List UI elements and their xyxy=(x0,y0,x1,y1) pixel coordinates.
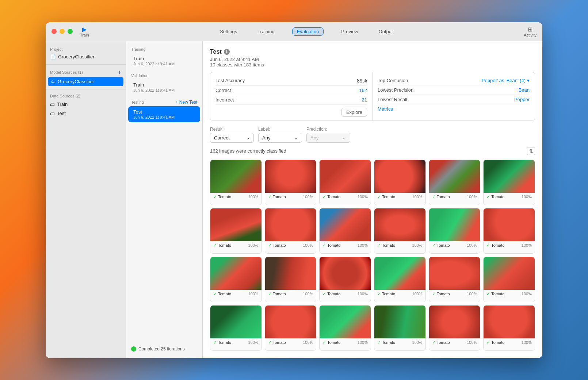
divider-2 xyxy=(46,89,126,89)
image-label: ✓ Tomato xyxy=(432,291,450,296)
check-icon: ✓ xyxy=(486,243,490,248)
train-button[interactable]: ▶ Train xyxy=(80,26,89,37)
image-label: ✓ Tomato xyxy=(322,243,340,248)
image-confidence: 100% xyxy=(467,243,477,247)
lowest-recall-label: Lowest Recall xyxy=(378,97,407,102)
divider-1 xyxy=(46,64,126,65)
image-thumbnail xyxy=(265,160,316,193)
new-test-button[interactable]: + New Test xyxy=(176,100,197,105)
image-card[interactable]: ✓ Tomato 100% xyxy=(429,208,481,254)
result-chevron-icon: ⌄ xyxy=(246,135,250,141)
maximize-button[interactable] xyxy=(68,29,73,34)
image-card[interactable]: ✓ Tomato 100% xyxy=(483,160,535,205)
sort-button[interactable]: ⇅ xyxy=(527,147,535,155)
image-card[interactable]: ✓ Tomato 100% xyxy=(429,160,481,205)
label-filter-select[interactable]: Any ⌄ xyxy=(258,133,302,143)
add-model-button[interactable]: + xyxy=(118,69,121,76)
image-card[interactable]: ✓ Tomato 100% xyxy=(265,257,317,302)
validation-item[interactable]: Train Jun 6, 2022 at 9:41 AM xyxy=(128,79,200,95)
image-card[interactable]: ✓ Tomato 100% xyxy=(483,305,535,351)
image-class-label: Tomato xyxy=(491,292,504,296)
image-card[interactable]: ✓ Tomato 100% xyxy=(265,160,317,205)
image-label-row: ✓ Tomato 100% xyxy=(265,193,316,201)
image-card[interactable]: ✓ Tomato 100% xyxy=(210,305,262,351)
activity-button[interactable]: ⊞ Activity xyxy=(524,26,537,37)
image-class-label: Tomato xyxy=(327,243,340,247)
settings-tab[interactable]: Settings xyxy=(217,27,240,36)
training-tab[interactable]: Training xyxy=(255,27,277,36)
metrics-link-row[interactable]: Metrics xyxy=(378,104,530,114)
evaluation-tab[interactable]: Evaluation xyxy=(292,27,324,36)
status-bar: Completed 25 iterations xyxy=(126,344,202,354)
sidebar-item-train[interactable]: 🗃 Train xyxy=(46,100,126,109)
status-text: Completed 25 iterations xyxy=(138,346,185,352)
sidebar-item-model[interactable]: 🗂 GroceryClassifier xyxy=(48,77,123,86)
chevron-down-icon: ▾ xyxy=(527,78,530,83)
close-button[interactable] xyxy=(51,29,57,34)
output-tab[interactable]: Output xyxy=(376,27,396,36)
image-label-row: ✓ Tomato 100% xyxy=(429,290,480,298)
lowest-recall-value: Pepper xyxy=(514,97,530,102)
image-card[interactable]: ✓ Tomato 100% xyxy=(265,305,317,351)
image-label-row: ✓ Tomato 100% xyxy=(320,290,371,298)
image-confidence: 100% xyxy=(467,340,477,345)
image-card[interactable]: ✓ Tomato 100% xyxy=(319,257,371,302)
explore-button[interactable]: Explore xyxy=(341,108,367,117)
image-class-label: Tomato xyxy=(491,243,504,247)
image-card[interactable]: ✓ Tomato 100% xyxy=(374,160,426,205)
image-label-row: ✓ Tomato 100% xyxy=(320,193,371,201)
main-content: Test ℹ Jun 6, 2022 at 9:41 AM 10 classes… xyxy=(203,41,542,358)
test-item[interactable]: Test Jun 6, 2022 at 9:41 AM xyxy=(128,106,200,122)
image-confidence: 100% xyxy=(358,195,368,199)
info-icon[interactable]: ℹ xyxy=(224,49,230,55)
data-sources-header: Data Sources (2) xyxy=(46,92,126,100)
prediction-filter-select[interactable]: Any ⌄ xyxy=(306,133,350,143)
result-filter-select[interactable]: Correct ⌄ xyxy=(210,133,254,143)
image-card[interactable]: ✓ Tomato 100% xyxy=(429,257,481,302)
correct-row: Correct 162 xyxy=(215,86,367,95)
image-card[interactable]: ✓ Tomato 100% xyxy=(319,160,371,205)
activity-icon: ⊞ xyxy=(528,26,532,33)
image-card[interactable]: ✓ Tomato 100% xyxy=(210,257,262,302)
model-icon: 🗂 xyxy=(51,79,56,84)
image-card[interactable]: ✓ Tomato 100% xyxy=(210,160,262,205)
label-filter-label: Label: xyxy=(258,127,302,132)
image-class-label: Tomato xyxy=(437,243,450,247)
training-item-date: Jun 6, 2022 at 9:41 AM xyxy=(133,62,195,66)
image-thumbnail xyxy=(374,257,425,290)
minimize-button[interactable] xyxy=(60,29,65,34)
image-label-row: ✓ Tomato 100% xyxy=(374,193,425,201)
lowest-recall-row: Lowest Recall Pepper xyxy=(378,95,530,104)
accuracy-row: Test Accuracy 89% xyxy=(215,76,367,86)
image-card[interactable]: ✓ Tomato 100% xyxy=(483,208,535,254)
check-icon: ✓ xyxy=(486,291,490,296)
image-card[interactable]: ✓ Tomato 100% xyxy=(374,305,426,351)
check-icon: ✓ xyxy=(432,340,436,345)
test-data-label: Test xyxy=(57,111,66,116)
preview-tab[interactable]: Preview xyxy=(338,27,361,36)
top-confusion-value[interactable]: 'Pepper' as 'Bean' (4) ▾ xyxy=(481,78,530,83)
image-card[interactable]: ✓ Tomato 100% xyxy=(429,305,481,351)
image-confidence: 100% xyxy=(248,243,259,247)
correct-value: 162 xyxy=(359,88,367,93)
image-card[interactable]: ✓ Tomato 100% xyxy=(265,208,317,254)
sidebar-item-test[interactable]: 🗃 Test xyxy=(46,109,126,118)
main-area: Project 📄 GroceryClassifier Model Source… xyxy=(46,41,542,358)
image-card[interactable]: ✓ Tomato 100% xyxy=(483,257,535,302)
image-card[interactable]: ✓ Tomato 100% xyxy=(319,208,371,254)
filter-bar: Result: Correct ⌄ Label: Any ⌄ xyxy=(210,127,535,143)
image-class-label: Tomato xyxy=(218,195,231,199)
image-card[interactable]: ✓ Tomato 100% xyxy=(374,257,426,302)
image-card[interactable]: ✓ Tomato 100% xyxy=(319,305,371,351)
image-card[interactable]: ✓ Tomato 100% xyxy=(374,208,426,254)
image-label: ✓ Tomato xyxy=(213,340,231,345)
image-label: ✓ Tomato xyxy=(377,243,395,248)
image-thumbnail xyxy=(374,208,425,241)
training-item[interactable]: Train Jun 6, 2022 at 9:41 AM xyxy=(128,53,200,69)
image-card[interactable]: ✓ Tomato 100% xyxy=(210,208,262,254)
image-label: ✓ Tomato xyxy=(377,291,395,296)
image-thumbnail xyxy=(429,306,480,338)
sidebar-item-project[interactable]: 📄 GroceryClassifier xyxy=(46,52,126,61)
image-label: ✓ Tomato xyxy=(322,194,340,199)
image-class-label: Tomato xyxy=(382,243,395,247)
